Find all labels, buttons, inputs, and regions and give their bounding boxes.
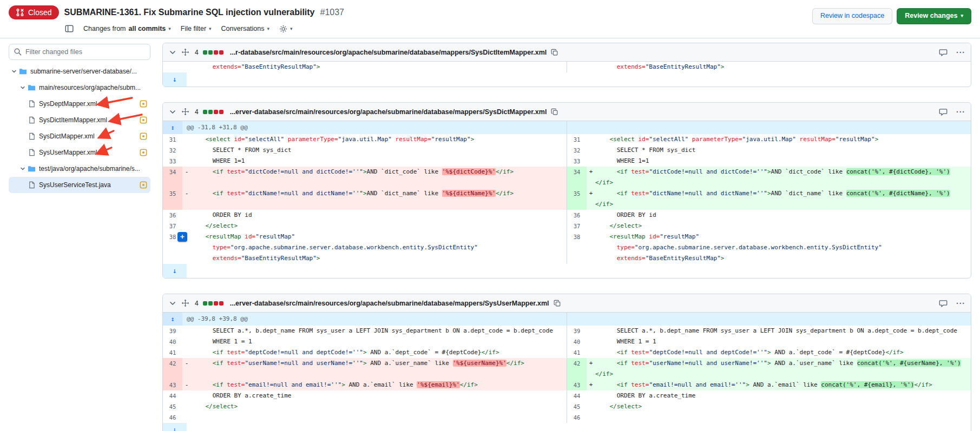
hunk-header: @@ -39,8 +39,8 @@ bbox=[182, 313, 567, 326]
line-number[interactable]: 44 bbox=[567, 390, 587, 401]
line-number[interactable]: 37 bbox=[567, 221, 587, 231]
comment-button[interactable] bbox=[939, 108, 948, 116]
copy-path-button[interactable] bbox=[551, 49, 558, 56]
chevron-down-icon[interactable] bbox=[19, 84, 28, 91]
changes-from-label: Changes from bbox=[83, 25, 126, 32]
diff-row: 35- <if test="dictName!=null and dictNam… bbox=[163, 188, 971, 210]
line-number[interactable]: 44 bbox=[163, 390, 182, 401]
chevron-down-icon[interactable] bbox=[11, 68, 19, 75]
chevron-down-icon[interactable] bbox=[19, 165, 28, 172]
expand-hunk-button[interactable]: ↕ bbox=[163, 313, 182, 326]
line-number[interactable]: 38 bbox=[567, 231, 587, 264]
line-number[interactable]: 36 bbox=[163, 210, 182, 221]
kebab-menu-button[interactable]: ··· bbox=[956, 299, 965, 308]
diff-settings-dropdown[interactable]: ▾ bbox=[279, 25, 293, 33]
copy-path-button[interactable] bbox=[554, 300, 561, 307]
line-number[interactable]: 40 bbox=[163, 336, 182, 347]
line-number[interactable] bbox=[567, 62, 587, 72]
line-number[interactable]: 45 bbox=[567, 401, 587, 412]
line-number[interactable]: 32 bbox=[163, 145, 182, 156]
code-cell: <select id="selectAll" parameterType="ja… bbox=[182, 134, 567, 145]
file-tree-sidebar: submarine-server/server-database/...main… bbox=[0, 38, 156, 197]
line-number[interactable]: 39 bbox=[163, 326, 182, 336]
diff-side: 40 WHERE 1 = 1 bbox=[567, 336, 971, 347]
hunk-left: ↕@@ -31,8 +31,8 @@ bbox=[163, 121, 567, 134]
kebab-menu-button[interactable]: ··· bbox=[956, 108, 965, 116]
line-number[interactable]: 42 bbox=[163, 358, 182, 380]
line-number[interactable]: 46 bbox=[163, 412, 182, 423]
caret-icon: ▾ bbox=[290, 26, 293, 31]
code-line: + <if test="userName!=null and userName!… bbox=[587, 358, 969, 369]
tree-file-item[interactable]: SysDictItemMapper.xml bbox=[9, 112, 150, 128]
line-number[interactable]: 36 bbox=[567, 210, 587, 221]
line-number[interactable]: 37 bbox=[163, 221, 182, 231]
line-number[interactable]: 43 bbox=[163, 380, 182, 390]
tree-file-item[interactable]: SysUserMapper.xml bbox=[9, 144, 150, 161]
expand-hunk-button[interactable]: ↕ bbox=[163, 121, 182, 134]
diffstat-square bbox=[208, 110, 213, 114]
diffstat bbox=[203, 50, 223, 55]
diff-row: 41 <if test="deptCode!=null and deptCode… bbox=[163, 347, 971, 358]
drag-handle-icon[interactable] bbox=[181, 48, 189, 56]
line-number[interactable]: 43 bbox=[567, 380, 587, 390]
code-text: </if> bbox=[595, 199, 613, 210]
line-number[interactable]: 33 bbox=[163, 156, 182, 167]
caret-icon: ▾ bbox=[209, 26, 212, 31]
line-number[interactable]: 41 bbox=[567, 347, 587, 358]
line-number[interactable]: 39 bbox=[567, 326, 587, 336]
line-number[interactable]: 31 bbox=[163, 134, 182, 145]
code-text: ORDER BY a.create_time bbox=[191, 390, 291, 401]
expand-down-button[interactable]: ↓ bbox=[163, 423, 187, 431]
expand-down-button[interactable]: ↓ bbox=[163, 72, 187, 87]
review-in-codespace-button[interactable]: Review in codespace bbox=[812, 8, 892, 24]
kebab-menu-button[interactable]: ··· bbox=[956, 48, 965, 57]
collapse-file-chevron-icon[interactable] bbox=[168, 48, 177, 57]
tree-file-item[interactable]: SysDeptMapper.xml bbox=[9, 96, 150, 112]
tree-folder-item[interactable]: main/resources/org/apache/subm... bbox=[9, 79, 150, 96]
file-filter-dropdown[interactable]: File filter ▾ bbox=[181, 25, 212, 32]
line-number[interactable]: 40 bbox=[567, 336, 587, 347]
expand-down-button[interactable]: ↓ bbox=[163, 264, 187, 278]
line-number[interactable]: 34 bbox=[567, 167, 587, 188]
tree-folder-item[interactable]: test/java/org/apache/submarine/s... bbox=[9, 161, 150, 177]
code-line: extends="BaseEntityResultMap"> bbox=[182, 62, 564, 72]
line-number[interactable]: 41 bbox=[163, 347, 182, 358]
code-cell: + <if test="dictCode!=null and dictCode!… bbox=[587, 167, 971, 188]
line-number[interactable]: 45 bbox=[163, 401, 182, 412]
review-changes-button[interactable]: Review changes ▾ bbox=[897, 8, 971, 24]
line-number[interactable]: 35 bbox=[163, 188, 182, 210]
drag-handle-icon[interactable] bbox=[181, 299, 189, 307]
line-number[interactable]: 35 bbox=[567, 188, 587, 210]
diffstat bbox=[203, 110, 223, 114]
line-number[interactable]: 32 bbox=[567, 145, 587, 156]
diff-marker bbox=[587, 177, 595, 188]
drag-handle-icon[interactable] bbox=[181, 108, 189, 116]
diff-side: 43+ <if test="email!=null and email!=''"… bbox=[567, 380, 971, 390]
comment-button[interactable] bbox=[939, 299, 948, 308]
line-number[interactable]: 34 bbox=[163, 167, 182, 188]
comment-button[interactable] bbox=[939, 48, 948, 57]
tree-file-item[interactable]: SysDictMapper.xml bbox=[9, 128, 150, 144]
code-cell: - <if test="dictName!=null and dictName!… bbox=[182, 188, 567, 210]
file-path: ...r-database/src/main/resources/org/apa… bbox=[230, 49, 547, 56]
line-number[interactable] bbox=[163, 62, 182, 72]
collapse-file-chevron-icon[interactable] bbox=[168, 108, 177, 116]
tree-item-label: SysDictItemMapper.xml bbox=[39, 116, 107, 124]
code-line: <if test="deptCode!=null and deptCode!='… bbox=[587, 347, 969, 358]
conversations-dropdown[interactable]: Conversations ▾ bbox=[221, 25, 269, 32]
tree-file-item[interactable]: SysUserServiceTest.java bbox=[9, 177, 150, 193]
line-number[interactable]: 33 bbox=[567, 156, 587, 167]
line-number[interactable]: 31 bbox=[567, 134, 587, 145]
collapse-file-chevron-icon[interactable] bbox=[168, 299, 177, 308]
copy-path-button[interactable] bbox=[551, 108, 558, 116]
code-text: extends="BaseEntityResultMap"> bbox=[191, 62, 320, 72]
changes-from-dropdown[interactable]: Changes from all commits ▾ bbox=[83, 25, 171, 32]
line-number[interactable]: 42 bbox=[567, 358, 587, 380]
tree-folder-item[interactable]: submarine-server/server-database/... bbox=[9, 63, 150, 79]
sidebar-toggle-icon[interactable] bbox=[65, 24, 74, 33]
code-cell: SELECT a.*, b.dept_name FROM sys_user a … bbox=[587, 326, 971, 336]
diff-marker: + bbox=[587, 380, 595, 390]
line-number[interactable]: 46 bbox=[567, 412, 587, 423]
filter-changed-files-input[interactable] bbox=[9, 44, 150, 60]
add-comment-button[interactable]: + bbox=[177, 232, 187, 242]
